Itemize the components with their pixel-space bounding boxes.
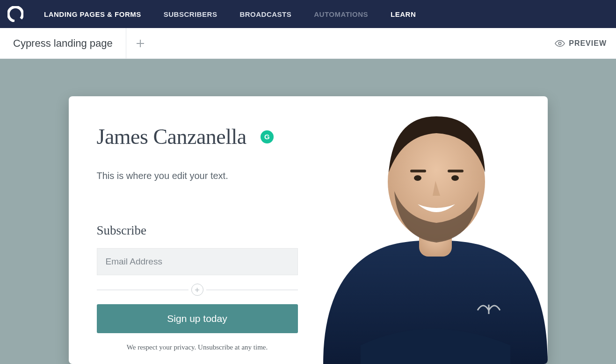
- svg-point-9: [414, 175, 421, 181]
- add-field-button[interactable]: [191, 284, 203, 296]
- signup-button[interactable]: Sign up today: [97, 304, 298, 333]
- privacy-text[interactable]: We respect your privacy. Unsubscribe at …: [97, 343, 298, 351]
- nav-learn[interactable]: LEARN: [379, 10, 427, 18]
- svg-point-4: [558, 42, 561, 45]
- page-name[interactable]: Cypress landing page: [0, 28, 126, 58]
- preview-button[interactable]: PREVIEW: [555, 38, 616, 49]
- top-nav: LANDING PAGES & FORMS SUBSCRIBERS BROADC…: [0, 0, 616, 28]
- plus-icon: [136, 39, 145, 48]
- nav-subscribers[interactable]: SUBSCRIBERS: [152, 10, 229, 18]
- headline-text[interactable]: James Canzanella: [97, 124, 246, 149]
- editor-subbar: Cypress landing page PREVIEW: [0, 28, 616, 59]
- divider-line: [97, 290, 188, 290]
- brand-logo-icon: [7, 6, 23, 22]
- subscribe-form: Subscribe Sign up today We respect your …: [97, 223, 317, 351]
- nav-landing-pages[interactable]: LANDING PAGES & FORMS: [33, 10, 152, 18]
- nav-automations[interactable]: AUTOMATIONS: [303, 10, 379, 18]
- svg-point-10: [451, 175, 459, 181]
- add-field-divider: [97, 284, 298, 296]
- eye-icon: [555, 38, 565, 49]
- subtext[interactable]: This is where you edit your text.: [97, 171, 317, 181]
- add-page-button[interactable]: [126, 28, 154, 58]
- svg-rect-11: [410, 170, 426, 172]
- nav-broadcasts[interactable]: BROADCASTS: [228, 10, 303, 18]
- preview-label: PREVIEW: [569, 39, 607, 48]
- grammarly-icon[interactable]: G: [261, 130, 274, 143]
- landing-card: James Canzanella G This is where you edi…: [69, 96, 548, 364]
- subscribe-title[interactable]: Subscribe: [97, 223, 317, 238]
- plus-circle-icon: [194, 287, 200, 293]
- divider-line: [206, 290, 298, 290]
- svg-rect-12: [448, 170, 464, 172]
- email-field[interactable]: [97, 248, 298, 275]
- editor-canvas: James Canzanella G This is where you edi…: [0, 59, 616, 364]
- hero-photo: [314, 102, 548, 364]
